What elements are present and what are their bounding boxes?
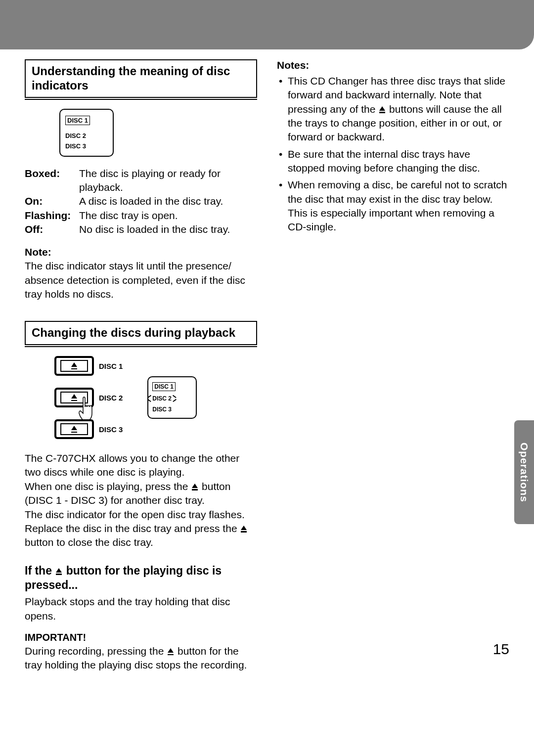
- indicator-definitions: Boxed:The disc is playing or ready for p…: [25, 167, 257, 237]
- section-tab: Operations: [514, 420, 534, 524]
- important-para: During recording, pressing the button fo…: [25, 644, 257, 672]
- note-item: Be sure that the internal disc trays hav…: [277, 147, 509, 176]
- disc3-label: DISC 3: [65, 142, 108, 150]
- section-title: Understanding the meaning of disc indica…: [32, 64, 250, 93]
- tray-button-3: [54, 419, 94, 439]
- disc-display-diagram-2: DISC 1 DISC 2 DISC 3: [147, 376, 197, 419]
- eject-icon: [191, 484, 199, 490]
- eject-icon: [240, 526, 248, 533]
- section-underline-2: [25, 346, 257, 347]
- important-heading: IMPORTANT!: [25, 632, 257, 643]
- disc2-label: DISC 2: [65, 132, 108, 139]
- page-number: 15: [493, 641, 509, 658]
- header-band: [0, 0, 534, 49]
- note-item: This CD Changer has three disc trays tha…: [277, 74, 509, 144]
- tray-button-1: [54, 356, 94, 376]
- section-title-box-2: Changing the discs during playback: [25, 321, 257, 345]
- note-heading: Note:: [25, 246, 257, 258]
- notes-list: This CD Changer has three disc trays tha…: [277, 74, 509, 234]
- section-underline: [25, 99, 257, 100]
- section-tab-label: Operations: [518, 443, 530, 502]
- note-text: The disc indicator stays lit until the p…: [25, 259, 257, 301]
- notes-heading: Notes:: [277, 59, 509, 71]
- disc-display-diagram: DISC 1 DISC 2 DISC 3: [59, 109, 114, 157]
- tray-buttons-figure: DISC 1 DISC 2 DISC 3 DISC: [54, 356, 257, 439]
- disc1-boxed: DISC 1: [65, 116, 90, 125]
- eject-icon: [167, 648, 175, 655]
- eject-icon: [70, 426, 78, 433]
- eject-icon: [70, 362, 78, 369]
- note-item: When removing a disc, be careful not to …: [277, 178, 509, 234]
- eject-icon: [378, 106, 386, 113]
- sub-heading: If the button for the playing disc is pr…: [25, 564, 257, 593]
- section-title-box: Understanding the meaning of disc indica…: [25, 59, 257, 98]
- eject-icon: [55, 568, 63, 575]
- sub-para: Playback stops and the tray holding that…: [25, 595, 257, 623]
- section-title-2: Changing the discs during playback: [32, 326, 250, 340]
- changing-para: The C-707CHX allows you to change the ot…: [25, 451, 257, 549]
